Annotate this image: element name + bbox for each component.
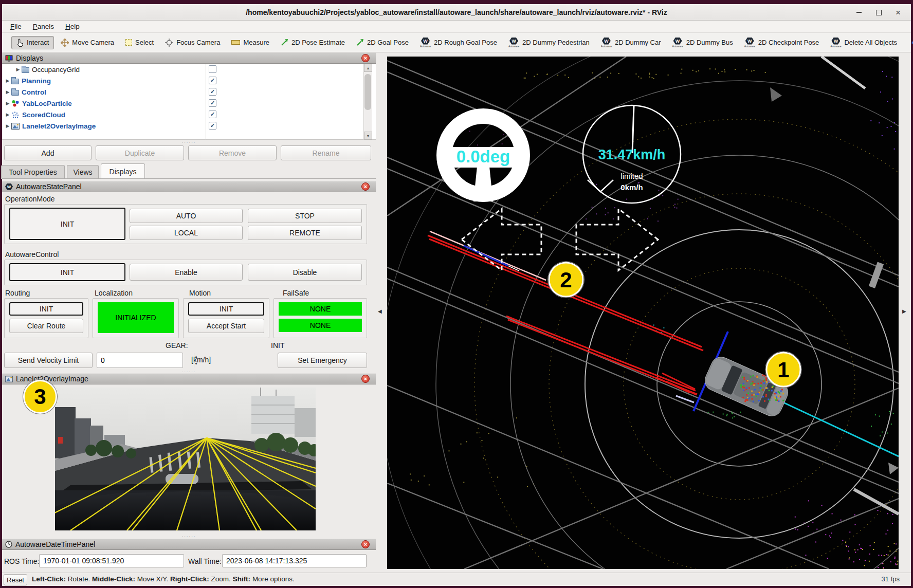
visibility-checkbox[interactable]: ✓	[209, 122, 216, 130]
menu-help[interactable]: Help	[60, 22, 85, 31]
minimize-icon[interactable]	[853, 7, 865, 18]
motion-state: INIT	[188, 302, 264, 316]
auto-button[interactable]: AUTO	[130, 209, 243, 223]
visibility-checkbox[interactable]: ✓	[209, 99, 216, 107]
tab-tool-properties[interactable]: Tool Properties	[1, 165, 65, 179]
state-panel-header[interactable]: W AutowareStatePanel	[2, 181, 376, 192]
chevron-right-icon[interactable]	[4, 101, 11, 106]
steering-wheel-gauge: 0.0deg	[444, 116, 522, 201]
tree-row-planning[interactable]: Planning ✓	[2, 75, 376, 86]
tool-move-camera[interactable]: Move Camera	[56, 36, 119, 49]
autoware-logo-icon: W	[421, 38, 430, 45]
splitter-collapse-right-icon[interactable]: ▶	[902, 308, 906, 314]
tool-measure[interactable]: Measure	[227, 36, 274, 48]
tool-2d-dummy-bus[interactable]: WAutoware 2D Dummy Bus	[668, 35, 738, 50]
velocity-limit-input[interactable]	[97, 353, 194, 368]
splitter-collapse-left-icon[interactable]: ◀	[378, 308, 382, 314]
tool-select[interactable]: Select	[121, 36, 158, 48]
enable-button[interactable]: Enable	[130, 264, 243, 281]
reset-button[interactable]: Reset	[4, 574, 27, 585]
disable-button[interactable]: Disable	[248, 264, 362, 281]
mrm-behavior: NONE	[279, 319, 362, 332]
ros-time-field[interactable]	[39, 554, 184, 567]
autoware-logo-icon: W	[831, 38, 840, 45]
chevron-right-icon[interactable]	[4, 78, 11, 83]
tree-row-lanelet2overlayimage[interactable]: Lanelet2OverlayImage ✓	[2, 120, 376, 132]
menu-panels[interactable]: Panels	[28, 22, 59, 31]
chevron-right-icon[interactable]	[4, 89, 11, 95]
speed-limit-value: 0km/h	[620, 183, 643, 192]
velocity-limit-spinbox[interactable]: ▲▼	[97, 353, 183, 368]
tool-2d-pose-estimate[interactable]: 2D Pose Estimate	[276, 36, 350, 48]
titlebar[interactable]: /home/kentoyabuuchi2/Projects/yabloc_aut…	[2, 4, 911, 21]
tree-row-scoredcloud[interactable]: ScoredCloud ✓	[2, 109, 376, 120]
tool-2d-rough-goal-pose[interactable]: WAutoware 2D Rough Goal Pose	[415, 35, 502, 50]
visibility-checkbox[interactable]: ✓	[209, 88, 216, 96]
mrm-state: NONE	[279, 302, 362, 316]
tab-displays[interactable]: Displays	[101, 163, 145, 179]
operation-mode-label: OperationMode	[5, 195, 55, 203]
tab-views[interactable]: Views	[67, 165, 99, 179]
scroll-up-icon[interactable]: ▲	[364, 64, 372, 72]
local-button[interactable]: LOCAL	[130, 226, 243, 240]
tree-row-occupancygrid[interactable]: OccupancyGrid	[2, 64, 376, 75]
chevron-right-icon[interactable]	[4, 123, 11, 128]
overlay-panel-header[interactable]: Lanelet2OverlayImage	[2, 373, 376, 384]
clear-route-button[interactable]: Clear Route	[9, 319, 83, 333]
chevron-right-icon[interactable]	[4, 112, 11, 117]
close-overlay-panel-icon[interactable]	[361, 375, 370, 383]
tool-delete-all-objects[interactable]: WAutoware Delete All Objects	[826, 35, 902, 50]
visibility-checkbox[interactable]	[209, 65, 216, 73]
remote-button[interactable]: REMOTE	[248, 226, 362, 240]
tree-row-control[interactable]: Control ✓	[2, 86, 376, 98]
send-velocity-limit-button[interactable]: Send Velocity Limit	[4, 353, 93, 368]
green-arrow-icon	[356, 39, 364, 46]
remove-button[interactable]: Remove	[188, 145, 277, 160]
selection-box-icon	[125, 39, 132, 46]
tab-underline	[2, 178, 376, 179]
datetime-panel-header[interactable]: AutowareDateTimePanel	[2, 539, 376, 550]
chevron-right-icon[interactable]	[14, 67, 22, 72]
visibility-checkbox[interactable]: ✓	[209, 111, 216, 118]
svg-text:1: 1	[777, 358, 789, 382]
autoware-logo-icon: W	[509, 38, 518, 45]
rename-button[interactable]: Rename	[281, 145, 371, 160]
tree-scrollbar[interactable]: ▲ ▼	[363, 64, 372, 140]
tool-2d-dummy-pedestrian[interactable]: WAutoware 2D Dummy Pedestrian	[504, 35, 594, 50]
image-icon	[5, 376, 13, 382]
autoware-logo-icon: W	[745, 38, 754, 45]
menu-file[interactable]: File	[5, 22, 27, 31]
svg-text:2: 2	[560, 268, 572, 292]
scrollbar-thumb[interactable]	[364, 74, 371, 110]
wall-time-field[interactable]	[222, 554, 367, 567]
tree-row-yablocparticle[interactable]: YabLocParticle ✓	[2, 98, 376, 109]
folder-icon	[11, 90, 19, 96]
add-tool-button[interactable]	[907, 37, 913, 48]
tool-focus-camera[interactable]: Focus Camera	[160, 36, 225, 49]
splitter-dots[interactable]: ······	[2, 534, 376, 539]
splitter-dots[interactable]: ······	[2, 140, 376, 145]
set-emergency-button[interactable]: Set Emergency	[278, 353, 367, 368]
close-displays-panel-icon[interactable]	[361, 54, 370, 62]
tool-interact[interactable]: Interact	[11, 36, 54, 49]
tool-2d-checkpoint-pose[interactable]: WAutoware 2D Checkpoint Pose	[740, 35, 824, 50]
maximize-icon[interactable]	[873, 7, 884, 18]
accept-start-button[interactable]: Accept Start	[188, 319, 264, 333]
add-button[interactable]: Add	[4, 145, 92, 160]
tool-2d-dummy-car[interactable]: WAutoware 2D Dummy Car	[596, 35, 666, 50]
toolbar: Interact Move Camera Select Focus Camera…	[2, 33, 911, 52]
3d-viewport[interactable]: 0.0deg 31.47km/h limited 0km/h 1 2	[387, 57, 899, 569]
tool-2d-goal-pose[interactable]: 2D Goal Pose	[352, 36, 413, 48]
gear-label: GEAR:	[166, 341, 188, 350]
localization-state: INITIALIZED	[98, 302, 174, 333]
close-state-panel-icon[interactable]	[361, 182, 370, 191]
duplicate-button[interactable]: Duplicate	[96, 145, 184, 160]
routing-label: Routing	[5, 289, 30, 297]
scroll-down-icon[interactable]: ▼	[364, 132, 372, 140]
stop-button[interactable]: STOP	[248, 209, 362, 223]
close-window-icon[interactable]	[892, 7, 904, 18]
displays-panel-header[interactable]: Displays	[2, 52, 376, 64]
motion-label: Motion	[189, 289, 211, 297]
visibility-checkbox[interactable]: ✓	[209, 77, 216, 84]
close-datetime-panel-icon[interactable]	[361, 540, 370, 548]
